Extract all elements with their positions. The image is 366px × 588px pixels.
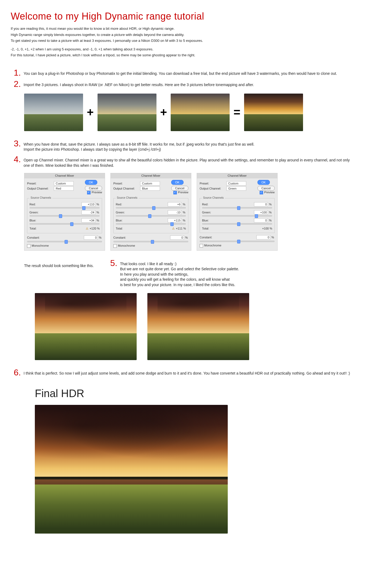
total-value: +111 % — [172, 227, 186, 230]
percent-label: % — [269, 219, 272, 222]
total-value: +120 % — [86, 227, 100, 230]
constant-value[interactable]: 0 — [84, 235, 98, 240]
green-slider[interactable] — [29, 215, 100, 217]
step-3: 3 When you have done that, save the pict… — [8, 139, 358, 152]
channel-mixer-panel: Channel Mixer OK Cancel Preview Preset:C… — [24, 173, 105, 251]
exposure-image-1 — [24, 94, 83, 131]
red-value[interactable]: 0 — [254, 202, 268, 206]
constant-label: Constant: — [200, 236, 216, 239]
step-2: 2 Import the 3 pictures. I always shoot … — [8, 80, 358, 88]
step-text: That looks cool. I like it all ready :) … — [120, 259, 239, 288]
panel-title: Channel Mixer — [111, 173, 191, 178]
blue-label: Blue: — [202, 219, 218, 222]
panel-title: Channel Mixer — [24, 173, 105, 178]
final-hdr-image — [35, 405, 228, 534]
output-channel-label: Output Channel: — [113, 187, 140, 190]
preset-label: Preset: — [200, 182, 226, 185]
red-value[interactable]: +6 — [168, 202, 182, 206]
percent-label: % — [185, 236, 188, 239]
preview-label: Preview — [264, 191, 275, 194]
step-text: I think that is perfect. So now I will j… — [24, 368, 350, 376]
constant-label: Constant: — [113, 236, 129, 239]
red-slider[interactable] — [29, 207, 100, 209]
monochrome-label: Monochrome — [204, 244, 221, 247]
blue-value[interactable]: +115 — [168, 218, 182, 223]
preview-label: Preview — [178, 191, 188, 194]
red-slider[interactable] — [202, 207, 272, 209]
preset-select[interactable]: Custom — [140, 181, 160, 186]
equals-icon: = — [233, 106, 240, 119]
preset-select[interactable]: Custom — [226, 181, 246, 186]
intro-line: -2, -1, 0, +1, +2 when I am using 5 expo… — [11, 47, 358, 52]
monochrome-checkbox[interactable] — [200, 244, 203, 247]
step-4: 4 Open up Channel mixer. Channel mixer i… — [8, 155, 358, 168]
monochrome-label: Monochrome — [118, 244, 135, 247]
ok-button[interactable]: OK — [85, 180, 97, 185]
intro-line: If you are reading this, it must mean yo… — [11, 26, 358, 31]
intro-line: To get stated you need to take a picture… — [11, 38, 358, 43]
step-number: 5 — [104, 259, 120, 267]
step-text: Import the 3 pictures. I always shoot in… — [24, 80, 254, 88]
green-value[interactable]: -24 — [81, 210, 95, 215]
blue-label: Blue: — [116, 219, 132, 222]
blue-slider[interactable] — [29, 223, 100, 225]
cancel-button[interactable]: Cancel — [257, 186, 275, 191]
blue-value[interactable]: +34 — [81, 218, 95, 223]
red-label: Red: — [29, 203, 46, 206]
blue-slider[interactable] — [202, 223, 272, 225]
monochrome-label: Monochrome — [32, 244, 49, 247]
exposure-image-2 — [98, 94, 156, 131]
source-channels-label: Source Channels — [29, 196, 52, 199]
preview-checkbox[interactable] — [87, 191, 91, 194]
step-number: 4 — [8, 155, 24, 164]
output-channel-label: Output Channel: — [200, 187, 226, 190]
output-channel-select[interactable]: Red — [54, 186, 74, 191]
percent-label: % — [269, 211, 272, 214]
ok-button[interactable]: OK — [171, 180, 184, 185]
constant-slider[interactable] — [27, 241, 102, 242]
monochrome-checkbox[interactable] — [113, 244, 117, 248]
result-label: The result should look something like th… — [24, 259, 94, 268]
result-and-step5: The result should look something like th… — [24, 259, 358, 288]
monochrome-checkbox[interactable] — [27, 244, 31, 248]
exposure-image-3 — [171, 94, 230, 131]
constant-slider[interactable] — [200, 241, 275, 242]
preset-label: Preset: — [27, 182, 54, 185]
blue-value[interactable]: 0 — [254, 218, 268, 223]
output-channel-select[interactable]: Green — [226, 186, 246, 191]
percent-label: % — [183, 219, 186, 222]
percent-label: % — [96, 211, 100, 214]
constant-value[interactable]: 0 — [256, 235, 270, 239]
preview-checkbox[interactable] — [260, 191, 263, 194]
step-text: Open up Channel mixer. Channel mixer is … — [24, 155, 353, 168]
red-slider[interactable] — [116, 207, 186, 209]
selective-color-result-image — [147, 293, 249, 360]
tutorial-page: Welcome to my High Dynamic range tutoria… — [0, 0, 366, 550]
cancel-button[interactable]: Cancel — [85, 186, 102, 191]
constant-slider[interactable] — [113, 241, 188, 242]
preview-checkbox[interactable] — [173, 191, 177, 194]
source-channels-label: Source Channels — [116, 196, 139, 199]
channel-mixer-panel: Channel Mixer OK Cancel Preview Preset:C… — [197, 173, 278, 251]
blue-label: Blue: — [29, 219, 46, 222]
ok-button[interactable]: OK — [257, 180, 270, 185]
red-label: Red: — [202, 203, 218, 206]
green-slider[interactable] — [202, 215, 272, 217]
constant-label: Constant: — [27, 236, 43, 239]
channel-mixer-panel: Channel Mixer OK Cancel Preview Preset:C… — [110, 173, 191, 251]
channel-mixer-result-image — [35, 293, 137, 360]
blue-slider[interactable] — [116, 223, 186, 225]
green-value[interactable]: +100 — [254, 210, 268, 215]
constant-value[interactable]: 0 — [170, 235, 184, 240]
green-slider[interactable] — [116, 215, 186, 217]
percent-label: % — [96, 219, 100, 222]
percent-label: % — [271, 236, 275, 239]
preset-select[interactable]: Custom — [54, 181, 74, 186]
output-channel-label: Output Channel: — [27, 187, 54, 190]
green-value[interactable]: -10 — [168, 210, 182, 215]
final-title: Final HDR — [35, 387, 358, 400]
red-value[interactable]: +110 — [81, 202, 95, 206]
output-channel-select[interactable]: Blue — [140, 186, 160, 191]
preview-label: Preview — [92, 191, 102, 194]
cancel-button[interactable]: Cancel — [171, 186, 188, 191]
